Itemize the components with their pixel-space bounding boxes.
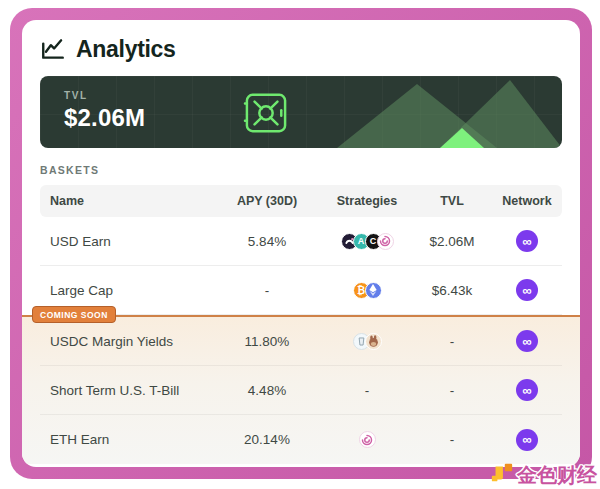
basket-name: Large Cap [40,283,212,298]
jinse-logo-icon [490,461,514,489]
vault-icon [243,92,289,138]
basket-tvl: $2.06M [412,234,492,249]
tvl-banner: TVL $2.06M [40,76,562,148]
basket-strategies-empty: - [322,383,412,398]
table-header-row: Name APY (30D) Strategies TVL Network [40,185,562,217]
network-icon[interactable]: ∞ [516,230,538,252]
basket-tvl: $6.43k [412,283,492,298]
table-row-short-term-tbill[interactable]: Short Term U.S. T-Bill 4.48% - - ∞ [40,366,562,415]
basket-name: Short Term U.S. T-Bill [40,383,212,398]
basket-apy: 20.14% [212,432,322,447]
basket-name: USDC Margin Yields [40,334,212,349]
tvl-label: TVL [64,90,88,101]
basket-apy: 4.48% [212,383,322,398]
basket-tvl: - [412,432,492,447]
coming-soon-section: COMING SOON USDC Margin Yields 11.80% - [22,315,580,464]
network-icon[interactable]: ∞ [516,379,538,401]
table-row-eth-earn[interactable]: ETH Earn 20.14% - ∞ [40,415,562,464]
table-row-large-cap[interactable]: Large Cap - ₿ $6.43k ∞ [40,266,562,315]
analytics-card: Analytics TVL $2.06M BASKETS [22,20,580,467]
tvl-value: $2.06M [64,104,145,132]
basket-apy: 11.80% [212,334,322,349]
bunny-token-icon [365,333,382,350]
pink-swirl-token-icon [377,233,394,250]
basket-name: USD Earn [40,234,212,249]
network-icon[interactable]: ∞ [516,279,538,301]
table-row-usdc-margin-yields[interactable]: USDC Margin Yields 11.80% - ∞ [40,317,562,366]
strategies-icons: ₿ [322,282,412,299]
banner-mountains [262,76,562,148]
table-row-usd-earn[interactable]: USD Earn 5.84% A C $2.06M ∞ [40,217,562,266]
col-header-tvl: TVL [412,194,492,208]
baskets-section-label: BASKETS [40,164,562,176]
app-header: Analytics [40,32,562,66]
baskets-table: Name APY (30D) Strategies TVL Network US… [40,185,562,464]
ethereum-token-icon [365,282,382,299]
strategies-icons [322,333,412,350]
page-title: Analytics [76,36,176,63]
network-icon[interactable]: ∞ [516,429,538,451]
line-chart-icon [40,36,66,62]
basket-name: ETH Earn [40,432,212,447]
pink-swirl-token-icon [359,431,376,448]
watermark-text: 金色财经 [517,462,597,489]
col-header-apy: APY (30D) [212,194,322,208]
basket-apy: - [212,283,322,298]
col-header-name: Name [40,194,212,208]
page-frame: Analytics TVL $2.06M BASKETS [10,8,592,479]
col-header-strategies: Strategies [322,194,412,208]
basket-apy: 5.84% [212,234,322,249]
strategies-icons: A C [322,233,412,250]
jinse-watermark: 金色财经 [490,461,597,489]
network-icon[interactable]: ∞ [516,330,538,352]
col-header-network: Network [492,194,562,208]
basket-tvl: - [412,334,492,349]
basket-tvl: - [412,383,492,398]
strategies-icons [322,431,412,448]
coming-soon-badge: COMING SOON [32,306,116,323]
